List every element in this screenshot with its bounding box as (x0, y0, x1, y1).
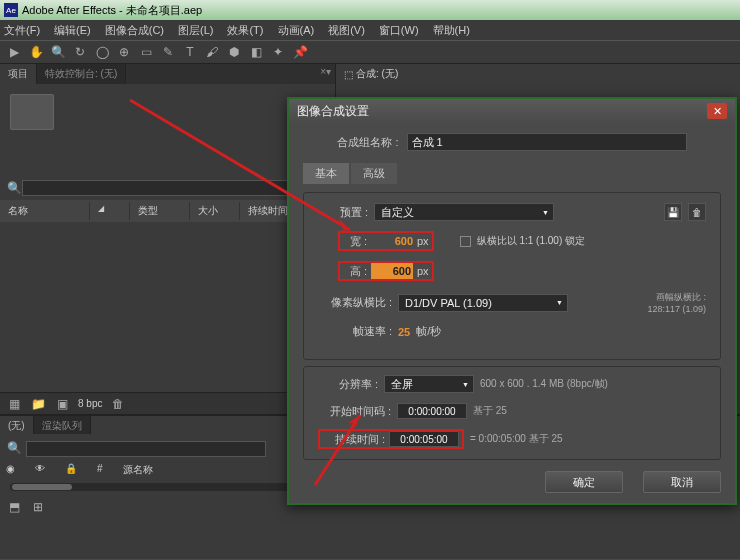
width-label: 宽 : (343, 234, 367, 249)
preset-label: 预置 : (318, 205, 368, 220)
menubar: 文件(F) 编辑(E) 图像合成(C) 图层(L) 效果(T) 动画(A) 视图… (0, 20, 740, 40)
fps-unit: 帧/秒 (416, 324, 441, 339)
resolution-info: 600 x 600 . 1.4 MB (8bpc/帧) (480, 377, 608, 391)
text-tool-icon[interactable]: T (182, 44, 198, 60)
ok-button[interactable]: 确定 (545, 471, 623, 493)
tab-effects-control[interactable]: 特效控制台: (无) (37, 64, 126, 84)
brush-tool-icon[interactable]: 🖌 (204, 44, 220, 60)
lock-aspect-checkbox[interactable] (460, 236, 471, 247)
duration-label: 持续时间 : (323, 432, 385, 447)
roto-tool-icon[interactable]: ✦ (270, 44, 286, 60)
rotate-tool-icon[interactable]: ↻ (72, 44, 88, 60)
comp-name-label: 合成组名称 : (337, 135, 398, 150)
dialog-titlebar[interactable]: 图像合成设置 ✕ (289, 99, 735, 123)
dialog-title: 图像合成设置 (297, 103, 369, 120)
tl-col-num: # (97, 463, 103, 477)
tl-col-source: 源名称 (123, 463, 153, 477)
menu-window[interactable]: 窗口(W) (379, 23, 419, 38)
comp-name-input[interactable] (407, 133, 687, 151)
px-unit: px (417, 235, 429, 247)
window-title: Adobe After Effects - 未命名项目.aep (22, 3, 202, 18)
composition-settings-dialog: 图像合成设置 ✕ 合成组名称 : 基本 高级 预置 : 自定义 💾 🗑 宽 : (287, 97, 737, 505)
preset-dropdown[interactable]: 自定义 (374, 203, 554, 221)
frame-aspect-value: 128:117 (1.09) (647, 304, 706, 314)
pen-tool-icon[interactable]: ✎ (160, 44, 176, 60)
width-input[interactable] (371, 233, 413, 249)
start-time-info: 基于 25 (473, 404, 507, 418)
tl-switches-icon[interactable]: ⊞ (30, 499, 46, 515)
project-thumbnail[interactable] (10, 94, 54, 130)
puppet-tool-icon[interactable]: 📌 (292, 44, 308, 60)
delete-preset-icon[interactable]: 🗑 (688, 203, 706, 221)
eraser-tool-icon[interactable]: ◧ (248, 44, 264, 60)
selection-tool-icon[interactable]: ▶ (6, 44, 22, 60)
search-icon: 🔍 (6, 440, 22, 456)
col-type[interactable]: 类型 (130, 202, 190, 220)
duration-highlight-box: 持续时间 : (318, 429, 464, 449)
tab-timeline-none[interactable]: (无) (0, 416, 34, 434)
hand-tool-icon[interactable]: ✋ (28, 44, 44, 60)
start-time-label: 开始时间码 : (318, 404, 391, 419)
shape-tool-icon[interactable]: ▭ (138, 44, 154, 60)
menu-file[interactable]: 文件(F) (4, 23, 40, 38)
trash-icon[interactable]: 🗑 (110, 396, 126, 412)
camera-tool-icon[interactable]: ◯ (94, 44, 110, 60)
fps-value[interactable]: 25 (398, 326, 410, 338)
col-label-icon[interactable]: ◢ (90, 202, 130, 220)
tab-basic[interactable]: 基本 (303, 163, 349, 184)
tl-expand-icon[interactable]: ⬒ (6, 499, 22, 515)
project-footer: ▦ 📁 ▣ 8 bpc 🗑 (0, 392, 335, 414)
zoom-tool-icon[interactable]: 🔍 (50, 44, 66, 60)
interpret-icon[interactable]: ▦ (6, 396, 22, 412)
timeline-scrollbar[interactable] (10, 483, 325, 491)
panel-menu-icon[interactable]: ×▾ (316, 64, 335, 84)
start-time-input[interactable] (397, 403, 467, 419)
menu-effect[interactable]: 效果(T) (227, 23, 263, 38)
menu-view[interactable]: 视图(V) (328, 23, 365, 38)
par-label: 像素纵横比 : (318, 295, 392, 310)
fps-label: 帧速率 : (318, 324, 392, 339)
comp-tab-label: 合成: (无) (356, 67, 398, 81)
folder-icon[interactable]: 📁 (30, 396, 46, 412)
menu-edit[interactable]: 编辑(E) (54, 23, 91, 38)
menu-animation[interactable]: 动画(A) (278, 23, 315, 38)
tab-project[interactable]: 项目 (0, 64, 37, 84)
tab-render-queue[interactable]: 渲染队列 (34, 416, 91, 434)
anchor-tool-icon[interactable]: ⊕ (116, 44, 132, 60)
lock-aspect-label: 纵横比以 1:1 (1.00) 锁定 (477, 234, 585, 248)
menu-help[interactable]: 帮助(H) (433, 23, 470, 38)
cancel-button[interactable]: 取消 (643, 471, 721, 493)
bpc-label[interactable]: 8 bpc (78, 398, 102, 409)
px-unit: px (417, 265, 429, 277)
height-highlight-box: 高 : px (338, 261, 434, 281)
project-list[interactable] (0, 222, 335, 392)
par-dropdown[interactable]: D1/DV PAL (1.09) (398, 294, 568, 312)
tab-advanced[interactable]: 高级 (351, 163, 397, 184)
new-comp-icon[interactable]: ▣ (54, 396, 70, 412)
tl-toggle-icon[interactable]: ◉ (6, 463, 15, 477)
project-search-input[interactable] (22, 180, 329, 196)
tl-col-lock-icon: 🔒 (65, 463, 77, 477)
stamp-tool-icon[interactable]: ⬢ (226, 44, 242, 60)
duration-input[interactable] (389, 431, 459, 447)
frame-aspect-label: 画幅纵横比 : (647, 291, 706, 304)
project-columns: 名称 ◢ 类型 大小 持续时间 (0, 200, 335, 222)
resolution-dropdown[interactable]: 全屏 (384, 375, 474, 393)
menu-composition[interactable]: 图像合成(C) (105, 23, 164, 38)
menu-layer[interactable]: 图层(L) (178, 23, 213, 38)
scrollbar-thumb[interactable] (12, 484, 72, 490)
col-size[interactable]: 大小 (190, 202, 240, 220)
duration-info: = 0:00:05:00 基于 25 (470, 432, 563, 446)
col-name[interactable]: 名称 (0, 202, 90, 220)
comp-icon: ⬚ (344, 69, 353, 80)
resolution-label: 分辨率 : (318, 377, 378, 392)
width-highlight-box: 宽 : px (338, 231, 434, 251)
project-panel: 项目 特效控制台: (无) ×▾ 🔍 名称 ◢ 类型 大小 持续时间 ▦ 📁 ▣… (0, 64, 335, 414)
timeline-search-input[interactable] (26, 441, 266, 457)
save-preset-icon[interactable]: 💾 (664, 203, 682, 221)
close-icon[interactable]: ✕ (707, 103, 727, 119)
toolbar: ▶ ✋ 🔍 ↻ ◯ ⊕ ▭ ✎ T 🖌 ⬢ ◧ ✦ 📌 (0, 40, 740, 64)
tab-composition[interactable]: ⬚ 合成: (无) (336, 64, 406, 84)
titlebar: Ae Adobe After Effects - 未命名项目.aep (0, 0, 740, 20)
height-input[interactable] (371, 263, 413, 279)
